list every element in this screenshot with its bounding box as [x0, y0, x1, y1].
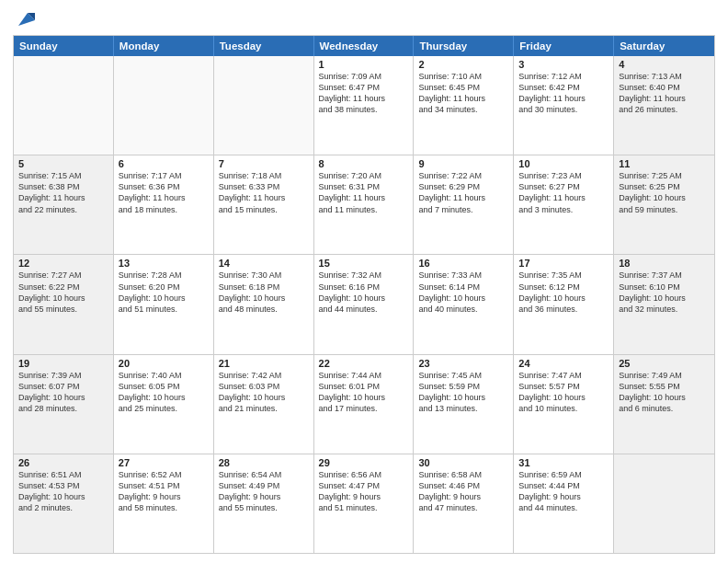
- header-day-saturday: Saturday: [614, 36, 714, 56]
- header-day-monday: Monday: [114, 36, 214, 56]
- calendar: SundayMondayTuesdayWednesdayThursdayFrid…: [13, 35, 715, 554]
- day-number: 10: [518, 158, 609, 169]
- day-cell-4: 4Sunrise: 7:13 AM Sunset: 6:40 PM Daylig…: [614, 56, 714, 155]
- day-number: 4: [619, 59, 710, 70]
- day-number: 11: [619, 158, 710, 169]
- calendar-row-2: 12Sunrise: 7:27 AM Sunset: 6:22 PM Dayli…: [14, 254, 714, 353]
- day-number: 6: [119, 158, 209, 169]
- cell-text: Sunrise: 7:13 AM Sunset: 6:40 PM Dayligh…: [619, 71, 710, 116]
- day-number: 17: [518, 258, 609, 269]
- empty-cell-4-6: [614, 454, 714, 553]
- day-cell-17: 17Sunrise: 7:35 AM Sunset: 6:12 PM Dayli…: [514, 255, 614, 353]
- cell-text: Sunrise: 7:18 AM Sunset: 6:33 PM Dayligh…: [219, 170, 309, 215]
- day-number: 28: [219, 457, 309, 468]
- cell-text: Sunrise: 7:44 AM Sunset: 6:01 PM Dayligh…: [319, 370, 409, 415]
- cell-text: Sunrise: 7:45 AM Sunset: 5:59 PM Dayligh…: [418, 370, 508, 415]
- empty-cell-0-2: [214, 56, 314, 155]
- day-number: 26: [18, 457, 108, 468]
- page: SundayMondayTuesdayWednesdayThursdayFrid…: [0, 0, 728, 563]
- day-cell-19: 19Sunrise: 7:39 AM Sunset: 6:07 PM Dayli…: [14, 355, 114, 454]
- day-number: 5: [18, 158, 108, 169]
- day-number: 15: [319, 258, 409, 269]
- cell-text: Sunrise: 6:54 AM Sunset: 4:49 PM Dayligh…: [219, 469, 309, 514]
- day-number: 20: [119, 358, 209, 369]
- cell-text: Sunrise: 6:51 AM Sunset: 4:53 PM Dayligh…: [18, 469, 108, 514]
- day-cell-9: 9Sunrise: 7:22 AM Sunset: 6:29 PM Daylig…: [414, 155, 514, 254]
- cell-text: Sunrise: 7:10 AM Sunset: 6:45 PM Dayligh…: [418, 71, 508, 116]
- day-cell-15: 15Sunrise: 7:32 AM Sunset: 6:16 PM Dayli…: [314, 255, 415, 353]
- day-number: 30: [418, 457, 508, 468]
- day-cell-24: 24Sunrise: 7:47 AM Sunset: 5:57 PM Dayli…: [514, 355, 614, 454]
- cell-text: Sunrise: 7:39 AM Sunset: 6:07 PM Dayligh…: [18, 370, 108, 415]
- cell-text: Sunrise: 7:35 AM Sunset: 6:12 PM Dayligh…: [518, 270, 609, 315]
- day-number: 22: [319, 358, 409, 369]
- empty-cell-0-1: [114, 56, 214, 155]
- cell-text: Sunrise: 7:15 AM Sunset: 6:38 PM Dayligh…: [18, 170, 108, 215]
- day-number: 23: [418, 358, 508, 369]
- cell-text: Sunrise: 7:40 AM Sunset: 6:05 PM Dayligh…: [119, 370, 209, 415]
- day-cell-23: 23Sunrise: 7:45 AM Sunset: 5:59 PM Dayli…: [414, 355, 514, 454]
- cell-text: Sunrise: 7:47 AM Sunset: 5:57 PM Dayligh…: [518, 370, 609, 415]
- cell-text: Sunrise: 7:23 AM Sunset: 6:27 PM Dayligh…: [518, 170, 609, 215]
- day-number: 18: [619, 258, 710, 269]
- day-cell-25: 25Sunrise: 7:49 AM Sunset: 5:55 PM Dayli…: [614, 355, 714, 454]
- calendar-row-3: 19Sunrise: 7:39 AM Sunset: 6:07 PM Dayli…: [14, 354, 714, 454]
- day-number: 7: [219, 158, 309, 169]
- cell-text: Sunrise: 7:37 AM Sunset: 6:10 PM Dayligh…: [619, 270, 710, 315]
- calendar-row-0: 1Sunrise: 7:09 AM Sunset: 6:47 PM Daylig…: [14, 56, 714, 155]
- day-cell-21: 21Sunrise: 7:42 AM Sunset: 6:03 PM Dayli…: [214, 355, 314, 454]
- cell-text: Sunrise: 6:52 AM Sunset: 4:51 PM Dayligh…: [119, 469, 209, 514]
- cell-text: Sunrise: 7:32 AM Sunset: 6:16 PM Dayligh…: [319, 270, 409, 315]
- day-cell-30: 30Sunrise: 6:58 AM Sunset: 4:46 PM Dayli…: [414, 454, 514, 553]
- header-day-thursday: Thursday: [414, 36, 514, 56]
- day-number: 9: [418, 158, 508, 169]
- calendar-body: 1Sunrise: 7:09 AM Sunset: 6:47 PM Daylig…: [14, 56, 714, 553]
- day-number: 13: [119, 258, 209, 269]
- day-cell-20: 20Sunrise: 7:40 AM Sunset: 6:05 PM Dayli…: [114, 355, 214, 454]
- day-number: 27: [119, 457, 209, 468]
- cell-text: Sunrise: 7:28 AM Sunset: 6:20 PM Dayligh…: [119, 270, 209, 315]
- cell-text: Sunrise: 7:09 AM Sunset: 6:47 PM Dayligh…: [319, 71, 409, 116]
- day-number: 31: [518, 457, 609, 468]
- header-day-sunday: Sunday: [14, 36, 114, 56]
- day-number: 24: [518, 358, 609, 369]
- day-cell-5: 5Sunrise: 7:15 AM Sunset: 6:38 PM Daylig…: [14, 155, 114, 254]
- day-cell-2: 2Sunrise: 7:10 AM Sunset: 6:45 PM Daylig…: [414, 56, 514, 155]
- day-number: 25: [619, 358, 710, 369]
- day-cell-18: 18Sunrise: 7:37 AM Sunset: 6:10 PM Dayli…: [614, 255, 714, 353]
- day-number: 16: [418, 258, 508, 269]
- day-cell-13: 13Sunrise: 7:28 AM Sunset: 6:20 PM Dayli…: [114, 255, 214, 353]
- day-cell-10: 10Sunrise: 7:23 AM Sunset: 6:27 PM Dayli…: [514, 155, 614, 254]
- day-number: 19: [18, 358, 108, 369]
- cell-text: Sunrise: 7:49 AM Sunset: 5:55 PM Dayligh…: [619, 370, 710, 415]
- day-cell-29: 29Sunrise: 6:56 AM Sunset: 4:47 PM Dayli…: [314, 454, 415, 553]
- day-cell-1: 1Sunrise: 7:09 AM Sunset: 6:47 PM Daylig…: [314, 56, 415, 155]
- calendar-row-1: 5Sunrise: 7:15 AM Sunset: 6:38 PM Daylig…: [14, 155, 714, 254]
- day-number: 3: [518, 59, 609, 70]
- calendar-row-4: 26Sunrise: 6:51 AM Sunset: 4:53 PM Dayli…: [14, 454, 714, 553]
- day-cell-27: 27Sunrise: 6:52 AM Sunset: 4:51 PM Dayli…: [114, 454, 214, 553]
- header: [13, 9, 715, 29]
- header-day-wednesday: Wednesday: [314, 36, 415, 56]
- day-cell-6: 6Sunrise: 7:17 AM Sunset: 6:36 PM Daylig…: [114, 155, 214, 254]
- calendar-header: SundayMondayTuesdayWednesdayThursdayFrid…: [14, 36, 714, 56]
- day-number: 8: [319, 158, 409, 169]
- day-cell-12: 12Sunrise: 7:27 AM Sunset: 6:22 PM Dayli…: [14, 255, 114, 353]
- cell-text: Sunrise: 7:22 AM Sunset: 6:29 PM Dayligh…: [418, 170, 508, 215]
- logo-icon: [15, 9, 35, 29]
- cell-text: Sunrise: 6:56 AM Sunset: 4:47 PM Dayligh…: [319, 469, 409, 514]
- day-cell-3: 3Sunrise: 7:12 AM Sunset: 6:42 PM Daylig…: [514, 56, 614, 155]
- day-cell-26: 26Sunrise: 6:51 AM Sunset: 4:53 PM Dayli…: [14, 454, 114, 553]
- cell-text: Sunrise: 7:25 AM Sunset: 6:25 PM Dayligh…: [619, 170, 710, 215]
- cell-text: Sunrise: 7:20 AM Sunset: 6:31 PM Dayligh…: [319, 170, 409, 215]
- cell-text: Sunrise: 7:42 AM Sunset: 6:03 PM Dayligh…: [219, 370, 309, 415]
- header-day-tuesday: Tuesday: [214, 36, 314, 56]
- day-cell-31: 31Sunrise: 6:59 AM Sunset: 4:44 PM Dayli…: [514, 454, 614, 553]
- day-number: 12: [18, 258, 108, 269]
- cell-text: Sunrise: 7:17 AM Sunset: 6:36 PM Dayligh…: [119, 170, 209, 215]
- day-cell-22: 22Sunrise: 7:44 AM Sunset: 6:01 PM Dayli…: [314, 355, 415, 454]
- cell-text: Sunrise: 7:12 AM Sunset: 6:42 PM Dayligh…: [518, 71, 609, 116]
- day-cell-11: 11Sunrise: 7:25 AM Sunset: 6:25 PM Dayli…: [614, 155, 714, 254]
- day-cell-8: 8Sunrise: 7:20 AM Sunset: 6:31 PM Daylig…: [314, 155, 415, 254]
- day-number: 1: [319, 59, 409, 70]
